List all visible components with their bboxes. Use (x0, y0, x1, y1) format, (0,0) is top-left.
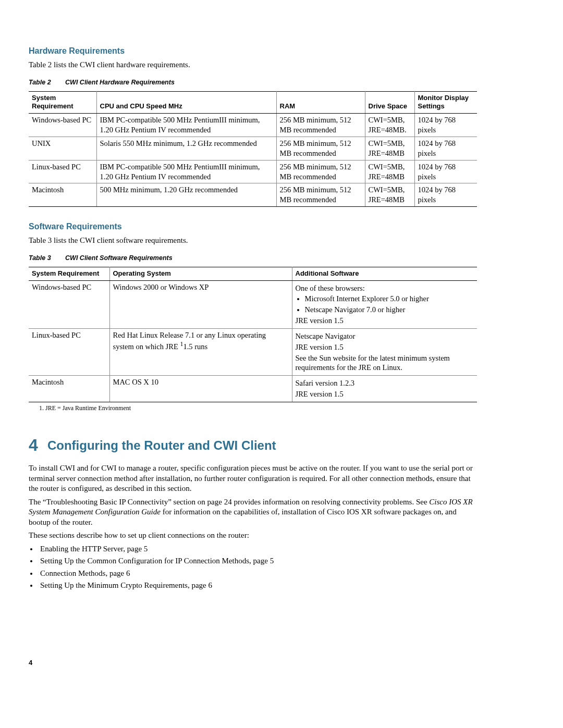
software-table: System Requirement Operating System Addi… (29, 267, 477, 402)
table-cell: Macintosh (29, 183, 96, 207)
list-item: Setting Up the Common Configuration for … (38, 556, 477, 566)
cell-bullets: Microsoft Internet Explorer 5.0 or highe… (305, 294, 474, 315)
table-row: Windows-based PCWindows 2000 or Windows … (29, 280, 477, 328)
th-additional: Additional Software (292, 267, 477, 280)
list-item: Enabling the HTTP Server, page 5 (38, 544, 477, 554)
cell-text: JRE version 1.5 (296, 342, 474, 352)
hardware-intro: Table 2 lists the CWI client hardware re… (29, 60, 477, 70)
table-cell: Windows-based PC (29, 280, 109, 328)
list-item: Connection Methods, page 6 (38, 569, 477, 579)
table-header-row: System Requirement Operating System Addi… (29, 267, 477, 280)
th-monitor: Monitor Display Settings (414, 91, 477, 114)
software-intro: Table 3 lists the CWI client software re… (29, 236, 477, 246)
table-row: Macintosh500 MHz minimum, 1.20 GHz recom… (29, 183, 477, 207)
cell-text: One of these browsers: (296, 283, 474, 293)
table2-caption: Table 2 CWI Client Hardware Requirements (29, 78, 477, 87)
chapter-bullets: Enabling the HTTP Server, page 5Setting … (38, 544, 477, 591)
table-cell: 256 MB minimum, 512 MB recommended (276, 114, 365, 137)
cell-text: JRE version 1.5 (296, 316, 474, 326)
table-cell: IBM PC-compatible 500 MHz PentiumIII min… (96, 160, 276, 183)
table-cell: IBM PC-compatible 500 MHz PentiumIII min… (96, 114, 276, 137)
cell-text: Netscape Navigator (296, 331, 474, 341)
table-cell: 256 MB minimum, 512 MB recommended (276, 137, 365, 161)
table-cell: 500 MHz minimum, 1.20 GHz recommended (96, 183, 276, 207)
chapter-heading: 4 Configuring the Router and CWI Client (29, 435, 477, 456)
th-os: Operating System (109, 267, 292, 280)
table-cell: Solaris 550 MHz minimum, 1.2 GHz recomme… (96, 137, 276, 161)
table-row: Linux-based PCIBM PC-compatible 500 MHz … (29, 160, 477, 183)
table-cell: CWI=5MB, JRE=48MB. (365, 114, 414, 137)
cell-text: Safari version 1.2.3 (296, 378, 474, 388)
table2-label: Table 2 (29, 79, 51, 86)
th-system: System Requirement (29, 267, 109, 280)
table-row: Linux-based PCRed Hat Linux Release 7.1 … (29, 328, 477, 375)
table-cell: Red Hat Linux Release 7.1 or any Linux o… (109, 328, 292, 375)
os-text: 1.5 runs (183, 342, 207, 351)
table-header-row: System Requirement CPU and CPU Speed MHz… (29, 91, 477, 114)
chapter-p3: These sections describe how to set up cl… (29, 530, 477, 541)
table-cell: UNIX (29, 137, 96, 161)
table3-title: CWI Client Software Requirements (65, 254, 173, 262)
table-cell: 1024 by 768 pixels (414, 160, 477, 183)
table-cell: Linux-based PC (29, 160, 96, 183)
table-cell: 1024 by 768 pixels (414, 183, 477, 207)
table3-caption: Table 3 CWI Client Software Requirements (29, 254, 477, 262)
table-cell: Netscape NavigatorJRE version 1.5See the… (292, 328, 477, 375)
chapter-p2: The “Troubleshooting Basic IP Connectivi… (29, 497, 477, 528)
table3-footnote: 1. JRE = Java Runtime Environment (39, 404, 477, 413)
table-cell: 256 MB minimum, 512 MB recommended (276, 183, 365, 207)
table-cell: Windows-based PC (29, 114, 96, 137)
th-drive: Drive Space (365, 91, 414, 114)
cell-text: JRE version 1.5 (296, 389, 474, 399)
table-cell: Macintosh (29, 376, 109, 402)
table-cell: CWI=5MB, JRE=48MB (365, 160, 414, 183)
table-cell: 1024 by 768 pixels (414, 137, 477, 161)
table-cell: Safari version 1.2.3JRE version 1.5 (292, 376, 477, 402)
chapter-number: 4 (29, 436, 38, 454)
table-cell: MAC OS X 10 (109, 376, 292, 402)
th-cpu: CPU and CPU Speed MHz (96, 91, 276, 114)
software-heading: Software Requirements (29, 221, 477, 232)
table-cell: One of these browsers:Microsoft Internet… (292, 280, 477, 328)
list-item: Setting Up the Minimum Crypto Requiremen… (38, 581, 477, 591)
table-cell: Linux-based PC (29, 328, 109, 375)
hardware-heading: Hardware Requirements (29, 46, 477, 57)
table-row: MacintoshMAC OS X 10Safari version 1.2.3… (29, 376, 477, 402)
table-cell: 256 MB minimum, 512 MB recommended (276, 160, 365, 183)
chapter-title: Configuring the Router and CWI Client (47, 438, 276, 452)
cell-text: See the Sun website for the latest minim… (296, 353, 474, 373)
chapter-p2-pre: The “Troubleshooting Basic IP Connectivi… (29, 498, 429, 506)
list-item: Netscape Navigator 7.0 or higher (305, 305, 474, 315)
table-row: UNIXSolaris 550 MHz minimum, 1.2 GHz rec… (29, 137, 477, 161)
table-cell: 1024 by 768 pixels (414, 114, 477, 137)
th-system: System Requirement (29, 91, 96, 114)
table-cell: Windows 2000 or Windows XP (109, 280, 292, 328)
th-ram: RAM (276, 91, 365, 114)
chapter-p1: To install CWI and for CWI to manage a r… (29, 463, 477, 494)
table3-label: Table 3 (29, 254, 51, 262)
table-cell: CWI=5MB, JRE=48MB (365, 137, 414, 161)
table2-title: CWI Client Hardware Requirements (65, 79, 175, 86)
table-row: Windows-based PCIBM PC-compatible 500 MH… (29, 114, 477, 137)
page-number: 4 (29, 659, 477, 668)
table-cell: CWI=5MB, JRE=48MB (365, 183, 414, 207)
hardware-table: System Requirement CPU and CPU Speed MHz… (29, 91, 477, 207)
list-item: Microsoft Internet Explorer 5.0 or highe… (305, 294, 474, 304)
